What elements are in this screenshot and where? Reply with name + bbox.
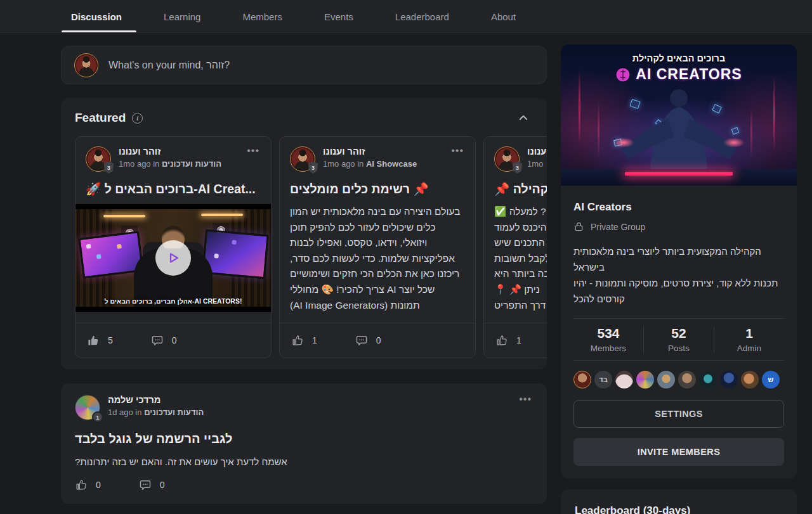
member-avatar[interactable] (573, 371, 591, 389)
member-avatar[interactable] (657, 371, 675, 389)
post-space[interactable]: AI Showcase (366, 159, 417, 169)
body-line: דרך התפריט (494, 298, 547, 314)
more-options-icon[interactable]: ••• (518, 395, 533, 420)
active-tab-underline (62, 30, 136, 32)
comment-button[interactable]: 0 (139, 479, 165, 491)
level-badge: 3 (103, 162, 114, 174)
like-count: 1 (516, 335, 521, 345)
post-age: 1mo ago in (119, 159, 159, 169)
post-title[interactable]: רשימת כלים מומלצים 📌 (290, 182, 465, 196)
group-banner[interactable]: ברוכים הבאים לקהילת AI CREATORS (561, 44, 797, 186)
post-title[interactable]: לגביי הרשמה של גוגל בלבד (75, 432, 533, 446)
video-thumbnail[interactable]: אהלן חברים, ברוכים הבאים ל-AI CREATORS! (75, 204, 271, 312)
stat-value: 534 (573, 326, 643, 341)
member-avatar[interactable] (636, 371, 654, 389)
body-line: לקבל תשובות (494, 251, 547, 267)
post-body: בעולם היצירה עם בינה מלאכותית יש המון כל… (290, 204, 465, 316)
featured-cards-row: 3 זוהר וענונו 1mo ago in הודעות ועדכונים… (75, 136, 547, 358)
post-title[interactable]: 📌 קהילה (494, 182, 547, 196)
info-icon[interactable]: i (132, 113, 143, 124)
comment-count: 0 (376, 335, 381, 345)
like-button[interactable]: 1 (495, 334, 521, 347)
post-author[interactable]: זוהר וענונו (323, 146, 417, 157)
comment-button[interactable]: 0 (355, 334, 381, 347)
post-age: 1d ago in (108, 408, 142, 417)
thumbs-up-icon (495, 334, 508, 347)
like-button[interactable]: 1 (291, 334, 317, 347)
group-card: ברוכים הבאים לקהילת AI CREATORS AI Creat… (561, 44, 797, 479)
post-space[interactable]: הודעות ועדכונים (162, 159, 221, 169)
video-caption: אהלן חברים, ברוכים הבאים ל-AI CREATORS! (75, 297, 271, 305)
group-description: הקהילה המקצועית ביותר ליוצרי בינה מלאכות… (573, 243, 784, 307)
thumbs-up-icon (87, 334, 100, 347)
stat-admins[interactable]: 1 Admin (714, 326, 784, 353)
post-composer[interactable]: What's on your mind, זוהר? (61, 46, 547, 84)
post-author[interactable]: זוהר וענונו (527, 146, 547, 157)
post-author[interactable]: זוהר וענונו (119, 146, 221, 157)
play-button[interactable] (155, 240, 191, 276)
composer-prompt: What's on your mind, זוהר? (108, 60, 230, 71)
post-age: 1mo ago in (323, 159, 363, 169)
invite-members-button[interactable]: INVITE MEMBERS (573, 438, 784, 466)
member-avatar[interactable] (720, 371, 738, 389)
leaderboard-title: Leaderboard (30-days) (575, 504, 783, 514)
tab-about[interactable]: About (491, 0, 516, 33)
post-body: אשמח לדעת איך עושים את זה. והאם יש בזה י… (75, 456, 533, 467)
post-body: ✅ למעלה ? היכנס לעמוד התכנים שיש לקבל תש… (494, 204, 547, 316)
stat-label: Members (573, 344, 643, 353)
tab-events[interactable]: Events (324, 0, 353, 33)
stat-members[interactable]: 534 Members (573, 326, 643, 353)
leaderboard-card[interactable]: Leaderboard (30-days) (561, 489, 797, 514)
feed-post[interactable]: 1 מרדכי שלמה 1d ago in הודעות ועדכונים •… (61, 383, 547, 504)
more-options-icon[interactable]: ••• (246, 146, 261, 172)
like-button[interactable]: 5 (87, 334, 113, 347)
post-space[interactable]: הודעות ועדכונים (144, 408, 204, 417)
more-options-icon[interactable]: ••• (450, 146, 465, 172)
tab-leaderboard[interactable]: Leaderboard (395, 0, 449, 33)
stat-value: 52 (644, 326, 714, 341)
body-line: ✅ למעלה ? (494, 204, 547, 220)
stat-label: Posts (644, 344, 714, 353)
member-avatar[interactable] (699, 371, 717, 389)
post-title[interactable]: 🚀 ברוכים הבאים ל-AI Creat... (86, 182, 261, 196)
tab-learning[interactable]: Learning (164, 0, 200, 33)
body-line: 📍 📌 ניתן (494, 282, 547, 298)
settings-button[interactable]: SETTINGS (573, 400, 784, 428)
avatar[interactable] (74, 53, 98, 77)
stat-posts[interactable]: 52 Posts (643, 326, 714, 353)
member-avatar[interactable] (615, 371, 633, 389)
description-line: תכנות ללא קוד, יצירת סרטים, מוסיקה ותמונ… (573, 275, 784, 307)
member-avatar[interactable] (678, 371, 696, 389)
post-meta: 1mo ago in AI Showcase (323, 159, 417, 169)
member-avatar[interactable] (741, 371, 759, 389)
stat-label: Admin (714, 344, 784, 353)
like-button[interactable]: 0 (75, 479, 101, 491)
tab-discussion[interactable]: Discussion (71, 0, 122, 33)
studio-light (201, 214, 243, 216)
banner-brand-text: AI CREATORS (636, 66, 742, 83)
post-meta: 1mo (527, 159, 547, 169)
post-meta: 1d ago in הודעות ועדכונים (108, 408, 204, 417)
body-line: היכנס לעמוד (494, 220, 547, 236)
comment-icon (355, 334, 368, 347)
thumbs-up-icon (291, 334, 304, 347)
featured-card-welcome[interactable]: 3 זוהר וענונו 1mo ago in הודעות ועדכונים… (75, 136, 272, 358)
featured-card-tools[interactable]: 3 זוהר וענונו 1mo ago in AI Showcase •••… (279, 136, 476, 358)
group-sidebar: ברוכים הבאים לקהילת AI CREATORS AI Creat… (561, 44, 797, 514)
comment-button[interactable]: 0 (151, 334, 177, 347)
post-meta: 1mo ago in הודעות ועדכונים (119, 159, 221, 169)
chevron-up-icon[interactable] (518, 112, 529, 124)
comment-count: 0 (172, 335, 177, 345)
member-avatar-initials[interactable]: ש (762, 371, 780, 389)
nav-tabs: Discussion Learning Members Events Leade… (0, 0, 812, 33)
featured-card-community-guide[interactable]: 3 זוהר וענונו 1mo 📌 קהילה ✅ למעלה ? היכנ… (483, 136, 547, 358)
tab-members[interactable]: Members (242, 0, 282, 33)
member-avatar-initials[interactable]: בד (594, 371, 612, 389)
top-nav: Discussion Learning Members Events Leade… (0, 0, 812, 33)
post-author[interactable]: מרדכי שלמה (108, 395, 204, 405)
group-stats: 534 Members 52 Posts 1 Admin (573, 318, 784, 361)
body-line: התכנים שיש (494, 235, 547, 251)
comment-count: 0 (160, 480, 165, 490)
level-badge: 3 (512, 162, 523, 174)
featured-title: Featured (75, 111, 126, 125)
